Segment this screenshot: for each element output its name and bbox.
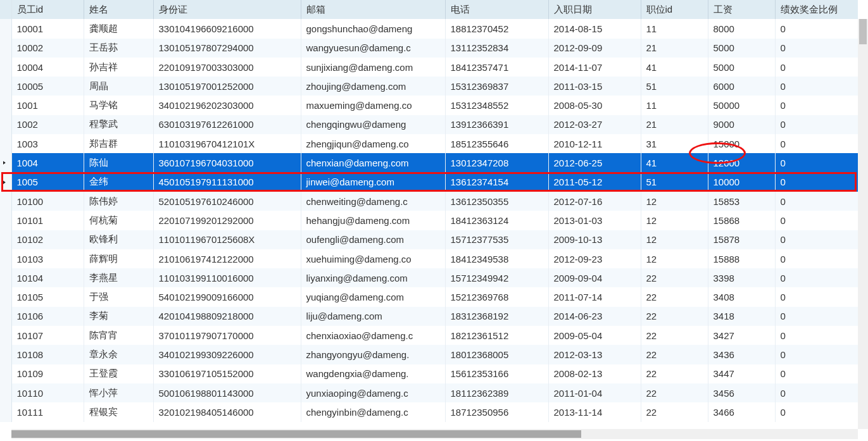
cell-pos[interactable]: 12 [641, 211, 708, 230]
cell-id[interactable]: 10001 [11, 19, 84, 38]
table-row[interactable]: 1002程擎武630103197612261000chengqingwu@dam… [0, 115, 858, 134]
cell-bonus[interactable]: 0 [775, 134, 858, 153]
cell-hire[interactable]: 2009-05-04 [548, 326, 641, 345]
cell-phone[interactable]: 15212369768 [445, 287, 548, 306]
cell-bonus[interactable]: 0 [775, 192, 858, 211]
cell-id[interactable]: 10104 [11, 268, 84, 287]
column-header-phone[interactable]: 电话 [445, 0, 548, 19]
cell-pos[interactable]: 11 [641, 19, 708, 38]
cell-phone[interactable]: 18412363124 [445, 211, 548, 230]
cell-bonus[interactable]: 0 [775, 383, 858, 402]
cell-hire[interactable]: 2011-07-14 [548, 287, 641, 306]
cell-salary[interactable]: 3456 [708, 383, 775, 402]
cell-id[interactable]: 1005 [11, 173, 84, 192]
cell-name[interactable]: 章永余 [84, 345, 153, 364]
cell-name[interactable]: 陈宵宵 [84, 326, 153, 345]
cell-idcard[interactable]: 370101197907170000 [153, 326, 301, 345]
row-gutter[interactable] [0, 364, 11, 383]
cell-bonus[interactable]: 0 [775, 307, 858, 326]
cell-id[interactable]: 10004 [11, 58, 84, 77]
cell-email[interactable]: yuqiang@dameng.com [301, 287, 445, 306]
cell-pos[interactable]: 41 [641, 153, 708, 172]
cell-pos[interactable]: 22 [641, 307, 708, 326]
cell-email[interactable]: chengqingwu@dameng [301, 115, 445, 134]
cell-hire[interactable]: 2011-01-04 [548, 383, 641, 402]
cell-bonus[interactable]: 0 [775, 268, 858, 287]
column-header-salary[interactable]: 工资 [708, 0, 775, 19]
cell-email[interactable]: zhengjiqun@dameng.co [301, 134, 445, 153]
cell-id[interactable]: 10103 [11, 249, 84, 268]
column-header-id[interactable]: 员工id [11, 0, 84, 19]
cell-salary[interactable]: 3418 [708, 307, 775, 326]
cell-phone[interactable]: 13112352834 [445, 39, 548, 58]
table-row[interactable]: 1001马学铭340102196202303000maxueming@damen… [0, 96, 858, 115]
cell-pos[interactable]: 11 [641, 96, 708, 115]
row-gutter[interactable] [0, 402, 11, 421]
cell-hire[interactable]: 2013-01-03 [548, 211, 641, 230]
cell-salary[interactable]: 5000 [708, 58, 775, 77]
cell-salary[interactable]: 15878 [708, 230, 775, 249]
cell-name[interactable]: 恽小萍 [84, 383, 153, 402]
table-row[interactable]: 10106李菊420104198809218000liju@dameng.com… [0, 307, 858, 326]
cell-name[interactable]: 陈仙 [84, 153, 153, 172]
cell-hire[interactable]: 2008-05-30 [548, 96, 641, 115]
table-row[interactable]: 10111程银宾320102198405146000chengyinbin@da… [0, 402, 858, 421]
cell-bonus[interactable]: 0 [775, 115, 858, 134]
cell-pos[interactable]: 12 [641, 249, 708, 268]
cell-idcard[interactable]: 420104198809218000 [153, 307, 301, 326]
cell-name[interactable]: 陈伟婷 [84, 192, 153, 211]
table-row[interactable]: 10108章永余340102199309226000zhangyongyu@da… [0, 345, 858, 364]
row-gutter[interactable] [0, 211, 11, 230]
cell-idcard[interactable]: 11010319670412101X [153, 134, 301, 153]
cell-name[interactable]: 李菊 [84, 307, 153, 326]
cell-name[interactable]: 金纬 [84, 173, 153, 192]
cell-idcard[interactable]: 520105197610246000 [153, 192, 301, 211]
cell-idcard[interactable]: 130105197001252000 [153, 77, 301, 96]
cell-salary[interactable]: 3466 [708, 402, 775, 421]
table-row[interactable]: 10005周晶130105197001252000zhoujing@dameng… [0, 77, 858, 96]
cell-salary[interactable]: 15868 [708, 211, 775, 230]
row-gutter[interactable] [0, 173, 11, 192]
cell-idcard[interactable]: 110103199110016000 [153, 268, 301, 287]
cell-name[interactable]: 程擎武 [84, 115, 153, 134]
cell-email[interactable]: jinwei@dameng.com [301, 173, 445, 192]
cell-email[interactable]: liyanxing@dameng.com [301, 268, 445, 287]
cell-pos[interactable]: 21 [641, 39, 708, 58]
cell-hire[interactable]: 2012-03-27 [548, 115, 641, 134]
cell-hire[interactable]: 2012-06-25 [548, 153, 641, 172]
cell-name[interactable]: 欧锋利 [84, 230, 153, 249]
column-header-idcard[interactable]: 身份证 [153, 0, 301, 19]
cell-id[interactable]: 10002 [11, 39, 84, 58]
row-gutter[interactable] [0, 58, 11, 77]
vertical-scrollbar[interactable] [858, 19, 868, 429]
row-gutter[interactable] [0, 345, 11, 364]
cell-name[interactable]: 龚顺超 [84, 19, 153, 38]
cell-idcard[interactable]: 340102196202303000 [153, 96, 301, 115]
cell-id[interactable]: 10108 [11, 345, 84, 364]
row-gutter[interactable] [0, 19, 11, 38]
cell-salary[interactable]: 15853 [708, 192, 775, 211]
cell-idcard[interactable]: 450105197911131000 [153, 173, 301, 192]
cell-idcard[interactable]: 220109197003303000 [153, 58, 301, 77]
cell-email[interactable]: hehangju@dameng.com [301, 211, 445, 230]
horizontal-scrollbar[interactable] [11, 429, 858, 439]
table-row[interactable]: 10101何杭菊220107199201292000hehangju@damen… [0, 211, 858, 230]
table-row[interactable]: 10104李燕星110103199110016000liyanxing@dame… [0, 268, 858, 287]
cell-id[interactable]: 1001 [11, 96, 84, 115]
cell-salary[interactable]: 9000 [708, 115, 775, 134]
cell-idcard[interactable]: 330106197105152000 [153, 364, 301, 383]
cell-phone[interactable]: 15712349942 [445, 268, 548, 287]
column-header-name[interactable]: 姓名 [84, 0, 153, 19]
cell-email[interactable]: wangdengxia@dameng. [301, 364, 445, 383]
cell-phone[interactable]: 18312368192 [445, 307, 548, 326]
cell-bonus[interactable]: 0 [775, 173, 858, 192]
cell-hire[interactable]: 2011-03-15 [548, 77, 641, 96]
cell-email[interactable]: sunjixiang@dameng.com [301, 58, 445, 77]
cell-phone[interactable]: 18512355646 [445, 134, 548, 153]
cell-pos[interactable]: 51 [641, 77, 708, 96]
row-gutter[interactable] [0, 153, 11, 172]
cell-phone[interactable]: 13912366391 [445, 115, 548, 134]
cell-pos[interactable]: 22 [641, 364, 708, 383]
cell-hire[interactable]: 2011-05-12 [548, 173, 641, 192]
cell-id[interactable]: 10110 [11, 383, 84, 402]
